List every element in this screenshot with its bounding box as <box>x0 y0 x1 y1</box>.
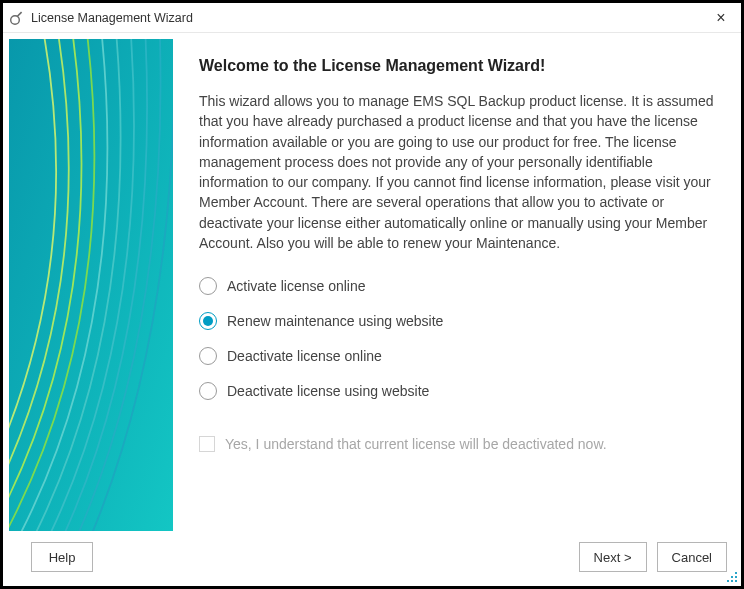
svg-rect-8 <box>727 580 729 582</box>
svg-rect-5 <box>731 576 733 578</box>
checkbox-label: Yes, I understand that current license w… <box>225 436 607 452</box>
radio-icon <box>199 277 217 295</box>
radio-label: Deactivate license using website <box>227 383 429 399</box>
options-group: Activate license online Renew maintenanc… <box>199 277 721 452</box>
wizard-window: License Management Wizard × <box>0 0 744 589</box>
app-icon <box>9 10 25 26</box>
radio-label: Deactivate license online <box>227 348 382 364</box>
option-activate-online[interactable]: Activate license online <box>199 277 721 295</box>
svg-rect-1 <box>17 11 23 17</box>
help-button[interactable]: Help <box>31 542 93 572</box>
radio-icon <box>199 382 217 400</box>
resize-grip-icon[interactable] <box>725 570 739 584</box>
svg-rect-3 <box>735 572 737 574</box>
cancel-button[interactable]: Cancel <box>657 542 727 572</box>
body-area: Welcome to the License Management Wizard… <box>3 33 741 532</box>
next-button[interactable]: Next > <box>579 542 647 572</box>
svg-rect-7 <box>731 580 733 582</box>
window-title: License Management Wizard <box>31 11 709 25</box>
option-renew-website[interactable]: Renew maintenance using website <box>199 312 721 330</box>
page-heading: Welcome to the License Management Wizard… <box>199 57 721 75</box>
radio-icon <box>199 347 217 365</box>
option-deactivate-online[interactable]: Deactivate license online <box>199 347 721 365</box>
page-description: This wizard allows you to manage EMS SQL… <box>199 91 721 253</box>
radio-icon <box>199 312 217 330</box>
footer: Help Next > Cancel <box>3 532 741 586</box>
checkbox-icon <box>199 436 215 452</box>
wizard-side-graphic <box>9 39 173 531</box>
close-icon: × <box>716 9 725 27</box>
main-panel: Welcome to the License Management Wizard… <box>173 39 735 532</box>
titlebar: License Management Wizard × <box>3 3 741 33</box>
option-deactivate-website[interactable]: Deactivate license using website <box>199 382 721 400</box>
close-button[interactable]: × <box>709 6 733 30</box>
radio-label: Activate license online <box>227 278 366 294</box>
svg-point-0 <box>11 15 20 24</box>
radio-label: Renew maintenance using website <box>227 313 443 329</box>
svg-rect-6 <box>735 580 737 582</box>
svg-rect-4 <box>735 576 737 578</box>
confirm-deactivate-checkbox: Yes, I understand that current license w… <box>199 436 721 452</box>
svg-rect-2 <box>9 39 173 531</box>
